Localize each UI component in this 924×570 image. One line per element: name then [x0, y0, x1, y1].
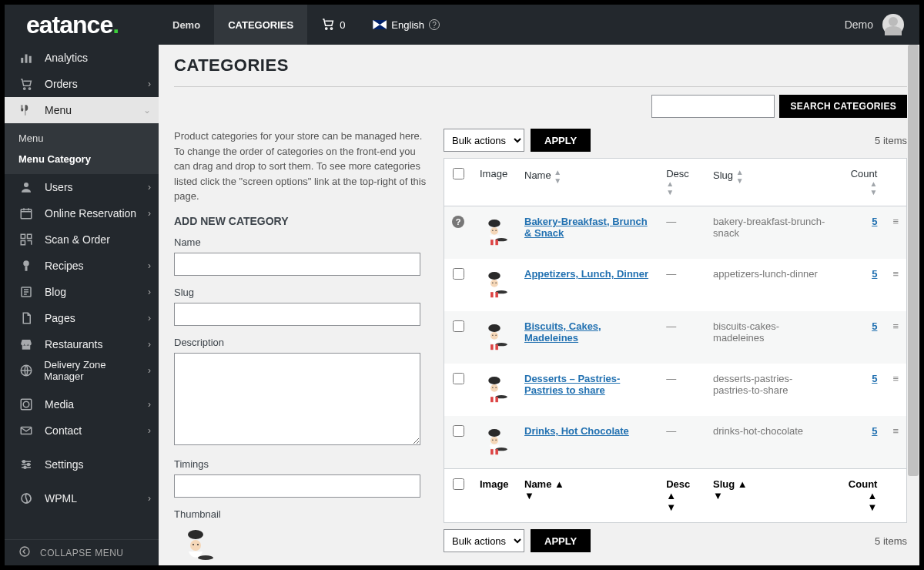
search-button[interactable]: SEARCH CATEGORIES: [779, 95, 907, 118]
chevron-right-icon: ›: [148, 260, 151, 271]
col-slug[interactable]: Slug ▲▼: [705, 159, 833, 206]
chevron-right-icon: ›: [148, 182, 151, 193]
hint-icon[interactable]: ?: [452, 216, 464, 228]
sidebar-item-pages[interactable]: Pages ›: [5, 305, 159, 331]
row-checkbox[interactable]: [453, 425, 464, 437]
category-link[interactable]: Biscuits, Cakes, Madeleines: [524, 320, 601, 344]
bulk-actions-select-bottom[interactable]: Bulk actions: [444, 529, 524, 552]
count-link[interactable]: 5: [872, 425, 877, 437]
top-nav: Demo CATEGORIES 0 English ?: [159, 5, 454, 45]
col-image[interactable]: Image: [472, 469, 517, 523]
row-image: [472, 259, 517, 311]
cart-icon: [321, 17, 335, 33]
category-link[interactable]: Bakery-Breakfast, Brunch & Snack: [524, 216, 648, 239]
svg-rect-62: [490, 449, 494, 454]
tablenav-top: Bulk actions APPLY 5 items: [444, 129, 907, 152]
col-desc[interactable]: Desc ▲▼: [658, 469, 705, 523]
scrollbar[interactable]: [907, 45, 919, 565]
count-link[interactable]: 5: [872, 216, 877, 227]
count-link[interactable]: 5: [872, 320, 877, 332]
svg-point-21: [24, 466, 26, 468]
drag-handle-icon[interactable]: ≡: [885, 311, 906, 364]
sidebar-item-settings[interactable]: Settings: [5, 451, 159, 478]
category-link[interactable]: Drinks, Hot Chocolate: [524, 425, 629, 437]
submenu-item-menu-category[interactable]: Menu Category: [5, 149, 159, 169]
row-checkbox[interactable]: [453, 320, 464, 332]
svg-point-25: [190, 540, 201, 551]
sidebar-item-media[interactable]: Media ›: [5, 391, 159, 417]
user-box[interactable]: Demo: [845, 14, 904, 35]
slug-input[interactable]: [174, 303, 420, 326]
collapse-menu-button[interactable]: COLLAPSE MENU: [5, 539, 159, 565]
help-icon[interactable]: ?: [429, 19, 440, 30]
category-link[interactable]: Desserts – Pastries-Pastries to share: [524, 373, 620, 396]
svg-point-26: [192, 544, 194, 545]
svg-point-39: [495, 282, 496, 283]
sidebar-item-recipes[interactable]: Recipes ›: [5, 253, 159, 279]
sidebar-item-analytics[interactable]: Analytics: [5, 45, 159, 71]
name-input[interactable]: [174, 253, 420, 276]
svg-point-0: [326, 27, 327, 28]
cart-indicator[interactable]: 0: [307, 17, 359, 33]
svg-point-38: [492, 282, 493, 283]
sidebar-item-online-reservation[interactable]: Online Reservation ›: [5, 200, 159, 226]
row-checkbox[interactable]: [453, 268, 464, 280]
chevron-right-icon: ›: [148, 208, 151, 219]
col-slug[interactable]: Slug ▲▼: [705, 469, 833, 523]
sidebar-item-delivery-zone[interactable]: Delivery Zone Manager ›: [5, 357, 159, 384]
row-checkbox[interactable]: [453, 373, 464, 384]
svg-point-52: [492, 387, 493, 387]
drag-handle-icon[interactable]: ≡: [885, 416, 906, 469]
scrollbar-thumb[interactable]: [908, 45, 919, 476]
apply-button[interactable]: APPLY: [531, 129, 591, 152]
description-textarea[interactable]: [174, 353, 420, 445]
main-content: CATEGORIES SEARCH CATEGORIES Product cat…: [159, 45, 907, 565]
count-link[interactable]: 5: [872, 373, 877, 384]
count-link[interactable]: 5: [872, 268, 877, 280]
thumbnail-label: Thumbnail: [174, 508, 428, 520]
svg-rect-8: [21, 210, 32, 219]
language-switcher[interactable]: English ?: [359, 19, 454, 31]
topnav-demo[interactable]: Demo: [159, 5, 214, 45]
select-all-checkbox[interactable]: [453, 168, 464, 179]
sidebar-item-contact[interactable]: Contact ›: [5, 417, 159, 444]
sidebar-item-scan-order[interactable]: Scan & Order: [5, 226, 159, 253]
topnav-categories[interactable]: CATEGORIES: [214, 5, 307, 45]
search-input[interactable]: [651, 95, 775, 118]
svg-point-58: [490, 437, 498, 444]
col-count[interactable]: Count ▲▼: [833, 159, 885, 206]
col-image[interactable]: Image: [472, 159, 517, 206]
apply-button-bottom[interactable]: APPLY: [531, 529, 591, 552]
search-bar: SEARCH CATEGORIES: [174, 95, 907, 118]
brand-logo[interactable]: eatance.: [5, 5, 159, 45]
svg-rect-41: [490, 292, 494, 297]
table-row: Desserts – Pastries-Pastries to share—de…: [444, 364, 907, 416]
sidebar-item-restaurants[interactable]: Restaurants ›: [5, 331, 159, 357]
avatar[interactable]: [882, 14, 904, 35]
table-row: Drinks, Hot Chocolate—drinks-hot-chocola…: [444, 416, 907, 469]
sidebar-item-label: Online Reservation: [45, 207, 136, 220]
sidebar-item-orders[interactable]: Orders ›: [5, 71, 159, 97]
drag-handle-icon[interactable]: ≡: [885, 364, 906, 416]
bulk-actions-select[interactable]: Bulk actions: [444, 129, 524, 152]
row-slug: drinks-hot-chocolate: [705, 416, 833, 469]
chevron-right-icon: ›: [148, 493, 151, 504]
col-name[interactable]: Name ▲▼: [517, 159, 658, 206]
row-slug: desserts-pastries-pastries-to-share: [705, 364, 833, 416]
sidebar-item-wpml[interactable]: WPML ›: [5, 485, 159, 511]
sidebar-item-blog[interactable]: Blog ›: [5, 279, 159, 305]
drag-handle-icon[interactable]: ≡: [885, 206, 906, 260]
sidebar-item-users[interactable]: Users ›: [5, 174, 159, 200]
orders-icon: [18, 76, 34, 92]
drag-handle-icon[interactable]: ≡: [885, 259, 906, 311]
col-desc[interactable]: Desc ▲▼: [658, 159, 705, 206]
category-link[interactable]: Appetizers, Lunch, Dinner: [524, 268, 648, 280]
timings-input[interactable]: [174, 474, 420, 498]
svg-point-32: [495, 230, 496, 230]
svg-rect-49: [495, 344, 498, 350]
col-name[interactable]: Name ▲▼: [517, 469, 658, 523]
col-count[interactable]: Count ▲▼: [833, 469, 885, 523]
sidebar-item-menu[interactable]: Menu ⌄: [5, 97, 159, 123]
submenu-item-menu[interactable]: Menu: [5, 128, 159, 149]
select-all-checkbox-bottom[interactable]: [453, 478, 464, 490]
